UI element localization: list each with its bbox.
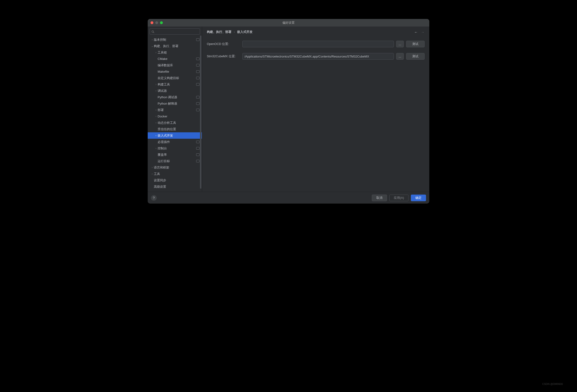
chevron-right-icon: › <box>154 115 158 118</box>
nav-forward-button: → <box>421 30 425 34</box>
chevron-down-icon: ⌄ <box>150 45 154 47</box>
apply-button[interactable]: 应用(A) <box>389 195 408 201</box>
sidebar-item[interactable]: Python 解释器 <box>148 100 202 107</box>
sidebar-item[interactable]: ›嵌入式开发 <box>148 132 202 139</box>
project-scope-icon <box>196 38 200 41</box>
project-scope-icon <box>196 58 200 60</box>
sidebar-item[interactable]: 受信任的位置 <box>148 126 202 132</box>
scrollbar[interactable] <box>200 36 201 189</box>
sidebar-item[interactable]: 必需插件 <box>148 139 202 145</box>
chevron-right-icon: › <box>154 83 158 86</box>
cubemx-browse-button[interactable]: ... <box>396 53 404 60</box>
cancel-button[interactable]: 取消 <box>372 195 387 201</box>
openocd-test-button[interactable]: 测试 <box>406 41 425 47</box>
sidebar-item-label: 高级设置 <box>154 185 166 189</box>
sidebar-item-label: Docker <box>158 114 167 118</box>
sidebar-item[interactable]: ›版本控制 <box>148 36 202 43</box>
chevron-right-icon: › <box>150 38 154 41</box>
chevron-right-icon: › <box>150 166 154 169</box>
cubemx-label: Stm32CubeMX 位置: <box>207 54 240 59</box>
sidebar-item-label: 版本控制 <box>154 38 166 42</box>
search-icon <box>151 30 154 33</box>
sidebar-item[interactable]: Makefile <box>148 69 202 75</box>
svg-point-0 <box>152 31 154 33</box>
cubemx-test-button[interactable]: 测试 <box>406 53 425 60</box>
project-scope-icon <box>196 160 200 162</box>
sidebar: ›版本控制⌄构建、执行、部署›工具链CMake编译数据库Makefile自定义构… <box>148 27 202 192</box>
svg-line-1 <box>153 32 154 33</box>
settings-tree[interactable]: ›版本控制⌄构建、执行、部署›工具链CMake编译数据库Makefile自定义构… <box>148 36 202 192</box>
sidebar-item[interactable]: ›语言和框架 <box>148 164 202 171</box>
sidebar-item-label: 运行目标 <box>158 159 170 163</box>
sidebar-item[interactable]: ›工具链 <box>148 49 202 56</box>
nav-back-button[interactable]: ← <box>414 30 418 34</box>
project-scope-icon <box>196 70 200 73</box>
form-area: OpenOCD 位置: ... 测试 Stm32CubeMX 位置: ... 测… <box>202 36 429 70</box>
sidebar-item-label: 构建、执行、部署 <box>154 44 179 48</box>
sidebar-item-label: 调试器 <box>158 89 167 93</box>
traffic-lights <box>148 21 163 24</box>
project-scope-icon <box>196 153 200 156</box>
project-scope-icon <box>196 77 200 79</box>
sidebar-item-label: Makefile <box>158 70 169 73</box>
sidebar-item-label: 动态分析工具 <box>158 121 176 125</box>
sidebar-item[interactable]: ›工具 <box>148 171 202 177</box>
sidebar-item[interactable]: ›部署 <box>148 107 202 113</box>
sidebar-item-label: 嵌入式开发 <box>158 134 173 138</box>
project-scope-icon <box>196 109 200 111</box>
minimize-window-button[interactable] <box>155 21 158 24</box>
window-title: 偏好设置 <box>282 21 295 25</box>
sidebar-item[interactable]: CMake <box>148 56 202 62</box>
sidebar-item[interactable]: 编译数据库 <box>148 62 202 69</box>
sidebar-item-label: Python 调试器 <box>158 95 177 99</box>
project-scope-icon <box>196 64 200 67</box>
breadcrumb-separator: › <box>234 30 235 34</box>
chevron-right-icon: › <box>154 89 158 92</box>
sidebar-item[interactable]: ›Docker <box>148 113 202 120</box>
breadcrumb-current: 嵌入式开发 <box>237 30 252 34</box>
breadcrumb: 构建、执行、部署 › 嵌入式开发 <box>207 30 252 34</box>
sidebar-item-label: 控制台 <box>158 146 167 150</box>
sidebar-item-label: 工具 <box>154 172 160 176</box>
help-button[interactable]: ? <box>151 195 157 201</box>
sidebar-item[interactable]: 覆盖率 <box>148 151 202 158</box>
sidebar-item-label: 编译数据库 <box>158 63 173 68</box>
openocd-input[interactable] <box>242 41 394 47</box>
sidebar-item-label: 工具链 <box>158 50 167 55</box>
ok-button[interactable]: 确定 <box>411 195 426 201</box>
maximize-window-button[interactable] <box>160 21 163 24</box>
sidebar-item[interactable]: 高级设置 <box>148 183 202 190</box>
sidebar-item-label: 受信任的位置 <box>158 127 176 131</box>
sidebar-item[interactable]: 运行目标 <box>148 158 202 164</box>
project-scope-icon <box>196 102 200 105</box>
cubemx-row: Stm32CubeMX 位置: ... 测试 <box>207 53 425 60</box>
chevron-right-icon: › <box>154 51 158 54</box>
openocd-label: OpenOCD 位置: <box>207 42 240 46</box>
footer: ? 取消 应用(A) 确定 <box>148 192 429 204</box>
sidebar-item[interactable]: ›动态分析工具 <box>148 120 202 126</box>
sidebar-item[interactable]: ›构建工具 <box>148 81 202 88</box>
sidebar-item-label: CMake <box>158 57 167 61</box>
watermark: CSDN @DM9600 <box>542 383 563 385</box>
openocd-browse-button[interactable]: ... <box>396 41 404 47</box>
sidebar-item[interactable]: ›调试器 <box>148 88 202 94</box>
search-input[interactable] <box>149 28 200 35</box>
breadcrumb-parent[interactable]: 构建、执行、部署 <box>207 30 231 34</box>
sidebar-item[interactable]: ›控制台 <box>148 145 202 151</box>
sidebar-item[interactable]: ⌄构建、执行、部署 <box>148 43 202 49</box>
window-body: ›版本控制⌄构建、执行、部署›工具链CMake编译数据库Makefile自定义构… <box>148 27 429 192</box>
close-window-button[interactable] <box>150 21 153 24</box>
sidebar-item-label: 覆盖率 <box>158 153 167 157</box>
sidebar-item-label: 构建工具 <box>158 82 170 87</box>
chevron-right-icon: › <box>154 109 158 111</box>
chevron-right-icon: › <box>154 121 158 124</box>
sidebar-item[interactable]: Python 调试器 <box>148 94 202 100</box>
cubemx-input[interactable] <box>242 53 394 60</box>
project-scope-icon <box>196 83 200 86</box>
sidebar-item[interactable]: 设置同步 <box>148 177 202 183</box>
sidebar-item-label: 设置同步 <box>154 178 166 182</box>
project-scope-icon <box>196 96 200 99</box>
sidebar-item[interactable]: 自定义构建目标 <box>148 75 202 81</box>
sidebar-item-label: 部署 <box>158 108 164 112</box>
chevron-right-icon: › <box>154 147 158 150</box>
